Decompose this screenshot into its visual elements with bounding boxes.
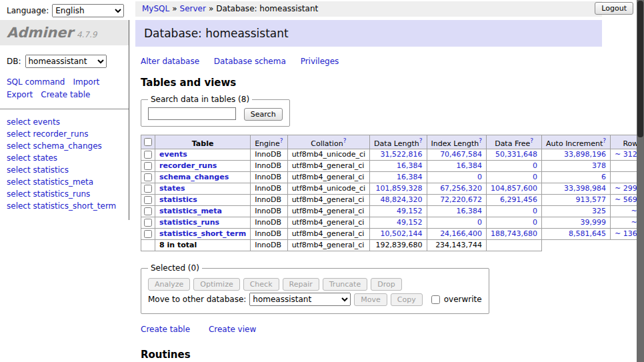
sidebar-table-link[interactable]: select schema_changes — [7, 140, 122, 152]
selected-action-button[interactable]: Drop — [371, 278, 401, 291]
data-free-link[interactable]: 6,291,456 — [500, 195, 537, 204]
app-title[interactable]: Adminer4.7.9 — [0, 20, 129, 45]
sidebar-table-link[interactable]: select statistics_runs — [7, 188, 122, 200]
select-all-checkbox[interactable] — [144, 138, 152, 146]
breadcrumb-link-server[interactable]: Server — [180, 4, 206, 13]
overwrite-checkbox[interactable] — [431, 295, 440, 304]
db-action-link[interactable]: Privileges — [301, 57, 339, 66]
sidebar-link-export[interactable]: Export — [7, 90, 33, 99]
data-length-link[interactable]: 49,152 — [397, 218, 423, 227]
column-help-link[interactable]: ? — [530, 137, 533, 144]
move-button[interactable]: Move — [354, 293, 387, 306]
column-help-link[interactable]: ? — [280, 137, 283, 144]
row-checkbox[interactable] — [144, 219, 152, 227]
data-length-link[interactable]: 101,859,328 — [376, 184, 423, 193]
table-name-link[interactable]: statistics — [159, 195, 197, 204]
sidebar-table-link[interactable]: select statistics — [7, 164, 122, 176]
copy-button[interactable]: Copy — [391, 293, 423, 306]
create-link[interactable]: Create table — [141, 325, 190, 334]
auto-increment-link[interactable]: 8,581,645 — [569, 229, 606, 238]
data-length-link[interactable]: 48,824,320 — [381, 195, 423, 204]
row-checkbox-cell — [141, 183, 155, 195]
move-db-select[interactable]: homeassistant — [249, 293, 351, 306]
auto-increment-link[interactable]: 378 — [592, 161, 606, 170]
index-length-link[interactable]: 16,384 — [457, 161, 483, 170]
data-length-link[interactable]: 49,152 — [397, 207, 423, 215]
overwrite-label: overwrite — [444, 295, 482, 304]
auto-increment-link[interactable]: 325 — [592, 207, 606, 215]
data-free-link[interactable]: 50,331,648 — [495, 150, 537, 159]
sidebar-table-link[interactable]: select recorder_runs — [7, 128, 122, 140]
index-length-link[interactable]: 16,384 — [457, 207, 483, 215]
data-free-link[interactable]: 0 — [533, 207, 537, 215]
logout-button[interactable]: Logout — [595, 2, 633, 15]
table-name-link[interactable]: recorder_runs — [159, 161, 217, 170]
auto-increment-link[interactable]: 33,398,984 — [564, 184, 606, 193]
data-free-link[interactable]: 104,857,600 — [491, 184, 537, 193]
data-length-link[interactable]: 31,522,816 — [381, 150, 423, 159]
total-collation-cell: utf8mb4_general_ci — [287, 240, 369, 251]
language-select[interactable]: English — [52, 4, 124, 17]
table-name-link[interactable]: statistics_meta — [159, 207, 222, 215]
data-free-link[interactable]: 0 — [533, 218, 537, 227]
row-checkbox[interactable] — [144, 196, 152, 204]
db-action-link[interactable]: Alter database — [141, 57, 199, 66]
total-index-length-cell: 234,143,744 — [427, 240, 487, 251]
app-name[interactable]: Adminer — [7, 25, 73, 41]
data-free-link[interactable]: 0 — [533, 161, 537, 170]
selected-action-button[interactable]: Truncate — [323, 278, 367, 291]
column-help-link[interactable]: ? — [419, 137, 423, 144]
column-help-link[interactable]: ? — [479, 137, 482, 144]
sidebar-link-create-table[interactable]: Create table — [41, 90, 90, 99]
index-length-link[interactable]: 24,166,400 — [440, 229, 482, 238]
table-name-link[interactable]: statistics_runs — [159, 218, 219, 227]
selected-action-button[interactable]: Analyze — [148, 278, 190, 291]
sidebar-link-import[interactable]: Import — [73, 77, 99, 87]
sidebar-table-link[interactable]: select states — [7, 152, 122, 164]
column-help-link[interactable]: ? — [343, 137, 347, 144]
db-select[interactable]: homeassistant — [25, 55, 107, 68]
logout-wrap: Logout — [595, 2, 633, 15]
selected-action-button[interactable]: Check — [243, 278, 279, 291]
index-length-link[interactable]: 67,256,320 — [440, 184, 482, 193]
auto-increment-link[interactable]: 913,577 — [576, 195, 607, 204]
row-checkbox[interactable] — [144, 230, 152, 238]
table-name-link[interactable]: schema_changes — [159, 173, 229, 181]
row-checkbox[interactable] — [144, 162, 152, 170]
sidebar-table-link[interactable]: select statistics_meta — [7, 176, 122, 188]
data-length-link[interactable]: 10,502,144 — [381, 229, 423, 238]
index-length-link[interactable]: 70,467,584 — [440, 150, 482, 159]
row-checkbox[interactable] — [144, 173, 152, 181]
search-input[interactable] — [148, 107, 236, 120]
index-length-link[interactable]: 0 — [477, 173, 482, 181]
column-help-link[interactable]: ? — [603, 137, 606, 144]
data-free-link[interactable]: 188,743,680 — [491, 229, 537, 238]
data-length-link[interactable]: 16,384 — [397, 161, 423, 170]
table-name-link[interactable]: statistics_short_term — [159, 229, 246, 238]
create-link[interactable]: Create view — [209, 325, 256, 334]
search-button[interactable]: Search — [244, 108, 283, 121]
auto-increment-link[interactable]: 33,898,196 — [564, 150, 606, 159]
index-length-link[interactable]: 0 — [477, 218, 482, 227]
row-checkbox[interactable] — [144, 185, 152, 193]
total-empty-cell — [141, 240, 155, 251]
scrollbar-thumb[interactable] — [637, 1, 643, 137]
row-checkbox[interactable] — [144, 151, 152, 159]
scrollbar[interactable] — [637, 0, 644, 362]
db-action-link[interactable]: Database schema — [214, 57, 286, 66]
data-free-link[interactable]: 0 — [533, 173, 537, 181]
selected-action-button[interactable]: Optimize — [193, 278, 239, 291]
sidebar-table-link[interactable]: select statistics_short_term — [7, 200, 122, 212]
table-name-link[interactable]: states — [159, 184, 185, 193]
data-length-link[interactable]: 16,384 — [397, 173, 423, 181]
auto-increment-link[interactable]: 39,999 — [581, 218, 607, 227]
sidebar-table-link[interactable]: select events — [7, 116, 122, 128]
breadcrumb-link-mysql[interactable]: MySQL — [142, 4, 169, 13]
sidebar-link-sql-command[interactable]: SQL command — [7, 77, 65, 87]
index-length-link[interactable]: 72,220,672 — [440, 195, 482, 204]
selected-action-button[interactable]: Repair — [283, 278, 319, 291]
auto-increment-link[interactable]: 6 — [601, 173, 606, 181]
table-total-row: 8 in total InnoDB utf8mb4_general_ci 192… — [141, 240, 644, 251]
table-name-link[interactable]: events — [159, 150, 187, 159]
row-checkbox[interactable] — [144, 207, 152, 215]
